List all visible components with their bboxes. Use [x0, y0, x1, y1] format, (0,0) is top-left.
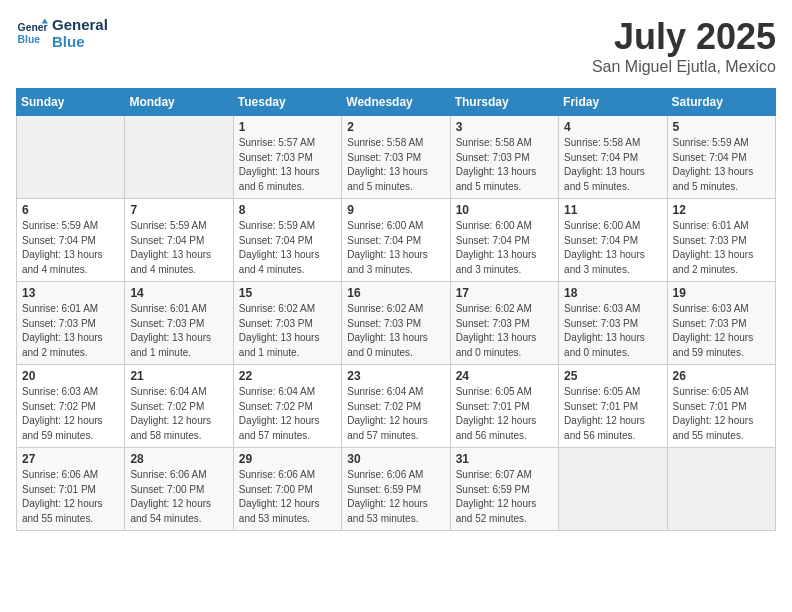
day-detail: Sunrise: 6:02 AMSunset: 7:03 PMDaylight:… [347, 302, 444, 360]
weekday-header: Friday [559, 89, 667, 116]
calendar-cell: 9Sunrise: 6:00 AMSunset: 7:04 PMDaylight… [342, 199, 450, 282]
day-number: 9 [347, 203, 444, 217]
day-number: 11 [564, 203, 661, 217]
day-number: 28 [130, 452, 227, 466]
day-detail: Sunrise: 6:03 AMSunset: 7:03 PMDaylight:… [564, 302, 661, 360]
calendar-week-row: 6Sunrise: 5:59 AMSunset: 7:04 PMDaylight… [17, 199, 776, 282]
calendar-cell: 6Sunrise: 5:59 AMSunset: 7:04 PMDaylight… [17, 199, 125, 282]
day-detail: Sunrise: 6:01 AMSunset: 7:03 PMDaylight:… [130, 302, 227, 360]
logo: General Blue General Blue [16, 16, 108, 50]
calendar-cell: 10Sunrise: 6:00 AMSunset: 7:04 PMDayligh… [450, 199, 558, 282]
calendar-cell: 7Sunrise: 5:59 AMSunset: 7:04 PMDaylight… [125, 199, 233, 282]
weekday-header: Monday [125, 89, 233, 116]
calendar-table: SundayMondayTuesdayWednesdayThursdayFrid… [16, 88, 776, 531]
day-detail: Sunrise: 6:04 AMSunset: 7:02 PMDaylight:… [347, 385, 444, 443]
day-number: 6 [22, 203, 119, 217]
calendar-cell: 24Sunrise: 6:05 AMSunset: 7:01 PMDayligh… [450, 365, 558, 448]
day-detail: Sunrise: 6:03 AMSunset: 7:02 PMDaylight:… [22, 385, 119, 443]
day-number: 12 [673, 203, 770, 217]
day-detail: Sunrise: 6:06 AMSunset: 7:01 PMDaylight:… [22, 468, 119, 526]
day-detail: Sunrise: 5:57 AMSunset: 7:03 PMDaylight:… [239, 136, 336, 194]
calendar-cell: 28Sunrise: 6:06 AMSunset: 7:00 PMDayligh… [125, 448, 233, 531]
calendar-cell: 17Sunrise: 6:02 AMSunset: 7:03 PMDayligh… [450, 282, 558, 365]
day-detail: Sunrise: 6:00 AMSunset: 7:04 PMDaylight:… [564, 219, 661, 277]
weekday-header: Saturday [667, 89, 775, 116]
weekday-header: Tuesday [233, 89, 341, 116]
day-detail: Sunrise: 6:05 AMSunset: 7:01 PMDaylight:… [673, 385, 770, 443]
weekday-header: Sunday [17, 89, 125, 116]
svg-text:General: General [18, 22, 48, 33]
location-subtitle: San Miguel Ejutla, Mexico [592, 58, 776, 76]
calendar-week-row: 20Sunrise: 6:03 AMSunset: 7:02 PMDayligh… [17, 365, 776, 448]
page-header: General Blue General Blue July 2025 San … [16, 16, 776, 76]
svg-marker-2 [42, 19, 48, 24]
calendar-cell: 21Sunrise: 6:04 AMSunset: 7:02 PMDayligh… [125, 365, 233, 448]
calendar-cell: 26Sunrise: 6:05 AMSunset: 7:01 PMDayligh… [667, 365, 775, 448]
day-detail: Sunrise: 5:58 AMSunset: 7:03 PMDaylight:… [347, 136, 444, 194]
svg-text:Blue: Blue [18, 34, 41, 45]
day-number: 29 [239, 452, 336, 466]
day-number: 5 [673, 120, 770, 134]
day-detail: Sunrise: 6:00 AMSunset: 7:04 PMDaylight:… [456, 219, 553, 277]
day-detail: Sunrise: 6:04 AMSunset: 7:02 PMDaylight:… [130, 385, 227, 443]
calendar-cell: 19Sunrise: 6:03 AMSunset: 7:03 PMDayligh… [667, 282, 775, 365]
day-number: 16 [347, 286, 444, 300]
weekday-header-row: SundayMondayTuesdayWednesdayThursdayFrid… [17, 89, 776, 116]
day-detail: Sunrise: 6:04 AMSunset: 7:02 PMDaylight:… [239, 385, 336, 443]
day-detail: Sunrise: 6:06 AMSunset: 7:00 PMDaylight:… [130, 468, 227, 526]
calendar-cell: 12Sunrise: 6:01 AMSunset: 7:03 PMDayligh… [667, 199, 775, 282]
calendar-cell: 11Sunrise: 6:00 AMSunset: 7:04 PMDayligh… [559, 199, 667, 282]
logo-text-line2: Blue [52, 33, 108, 50]
calendar-cell: 30Sunrise: 6:06 AMSunset: 6:59 PMDayligh… [342, 448, 450, 531]
calendar-cell: 3Sunrise: 5:58 AMSunset: 7:03 PMDaylight… [450, 116, 558, 199]
calendar-cell: 18Sunrise: 6:03 AMSunset: 7:03 PMDayligh… [559, 282, 667, 365]
calendar-cell: 20Sunrise: 6:03 AMSunset: 7:02 PMDayligh… [17, 365, 125, 448]
calendar-cell: 31Sunrise: 6:07 AMSunset: 6:59 PMDayligh… [450, 448, 558, 531]
calendar-cell [17, 116, 125, 199]
day-detail: Sunrise: 6:02 AMSunset: 7:03 PMDaylight:… [239, 302, 336, 360]
day-number: 23 [347, 369, 444, 383]
calendar-week-row: 27Sunrise: 6:06 AMSunset: 7:01 PMDayligh… [17, 448, 776, 531]
calendar-cell [559, 448, 667, 531]
day-detail: Sunrise: 5:58 AMSunset: 7:03 PMDaylight:… [456, 136, 553, 194]
day-number: 21 [130, 369, 227, 383]
calendar-cell: 22Sunrise: 6:04 AMSunset: 7:02 PMDayligh… [233, 365, 341, 448]
calendar-cell: 25Sunrise: 6:05 AMSunset: 7:01 PMDayligh… [559, 365, 667, 448]
day-number: 20 [22, 369, 119, 383]
day-detail: Sunrise: 6:07 AMSunset: 6:59 PMDaylight:… [456, 468, 553, 526]
day-number: 8 [239, 203, 336, 217]
day-detail: Sunrise: 6:05 AMSunset: 7:01 PMDaylight:… [564, 385, 661, 443]
day-number: 15 [239, 286, 336, 300]
day-detail: Sunrise: 6:03 AMSunset: 7:03 PMDaylight:… [673, 302, 770, 360]
calendar-cell [125, 116, 233, 199]
calendar-cell: 23Sunrise: 6:04 AMSunset: 7:02 PMDayligh… [342, 365, 450, 448]
calendar-cell: 27Sunrise: 6:06 AMSunset: 7:01 PMDayligh… [17, 448, 125, 531]
calendar-cell: 4Sunrise: 5:58 AMSunset: 7:04 PMDaylight… [559, 116, 667, 199]
calendar-cell: 29Sunrise: 6:06 AMSunset: 7:00 PMDayligh… [233, 448, 341, 531]
calendar-cell: 15Sunrise: 6:02 AMSunset: 7:03 PMDayligh… [233, 282, 341, 365]
day-number: 27 [22, 452, 119, 466]
title-block: July 2025 San Miguel Ejutla, Mexico [592, 16, 776, 76]
day-detail: Sunrise: 6:02 AMSunset: 7:03 PMDaylight:… [456, 302, 553, 360]
logo-icon: General Blue [16, 17, 48, 49]
day-number: 26 [673, 369, 770, 383]
month-title: July 2025 [592, 16, 776, 58]
day-number: 17 [456, 286, 553, 300]
calendar-cell: 1Sunrise: 5:57 AMSunset: 7:03 PMDaylight… [233, 116, 341, 199]
day-number: 18 [564, 286, 661, 300]
day-number: 24 [456, 369, 553, 383]
day-number: 10 [456, 203, 553, 217]
day-number: 1 [239, 120, 336, 134]
day-number: 4 [564, 120, 661, 134]
day-number: 3 [456, 120, 553, 134]
day-detail: Sunrise: 6:06 AMSunset: 7:00 PMDaylight:… [239, 468, 336, 526]
calendar-cell: 8Sunrise: 5:59 AMSunset: 7:04 PMDaylight… [233, 199, 341, 282]
day-detail: Sunrise: 5:58 AMSunset: 7:04 PMDaylight:… [564, 136, 661, 194]
day-detail: Sunrise: 6:01 AMSunset: 7:03 PMDaylight:… [22, 302, 119, 360]
day-detail: Sunrise: 6:00 AMSunset: 7:04 PMDaylight:… [347, 219, 444, 277]
day-number: 7 [130, 203, 227, 217]
day-number: 22 [239, 369, 336, 383]
calendar-cell: 2Sunrise: 5:58 AMSunset: 7:03 PMDaylight… [342, 116, 450, 199]
day-detail: Sunrise: 5:59 AMSunset: 7:04 PMDaylight:… [239, 219, 336, 277]
day-detail: Sunrise: 5:59 AMSunset: 7:04 PMDaylight:… [22, 219, 119, 277]
